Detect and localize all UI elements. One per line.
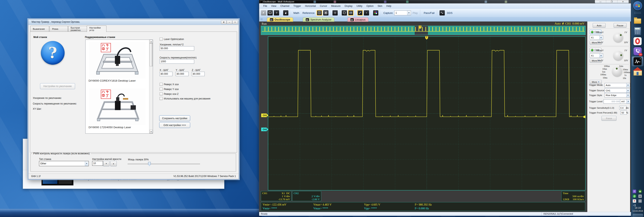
menu-view[interactable]: View — [269, 5, 278, 7]
scroll-down-icon[interactable]: ▼ — [150, 130, 153, 133]
waveform-navigator[interactable]: T — [261, 26, 586, 35]
taskbar-item-viber[interactable]: 14 — [632, 47, 643, 56]
brightness-up-button[interactable]: ▲ — [110, 161, 117, 166]
menu-display[interactable]: Display — [342, 5, 354, 7]
ch2-probe-select[interactable]: X1▼ — [590, 53, 603, 58]
list-item-machine-2[interactable]: DIY8000 1720/4050 Desktop Laser — [86, 88, 146, 129]
force-button[interactable]: Force — [602, 116, 616, 121]
color-palette-icon[interactable] — [373, 10, 378, 15]
taskbar-item-calculator[interactable]: 0 — [632, 26, 643, 36]
help-icon[interactable]: ? — [274, 10, 279, 15]
brightness-down-button[interactable]: ▼ — [103, 161, 110, 166]
reverse-z-checkbox[interactable] — [160, 92, 162, 95]
scope-titlebar[interactable]: Oscilloscope - Multi VirAnalyzer — ❐ ✕ — [259, 0, 631, 3]
taskbar-item-viranalyzer[interactable]: s — [632, 57, 643, 66]
line-draw-icon[interactable] — [358, 10, 363, 15]
dds-button[interactable]: DDS — [447, 11, 452, 14]
taskbar-left-monitor[interactable] — [0, 209, 262, 217]
menu-file[interactable]: File — [261, 5, 269, 7]
trigger-style-select[interactable]: Rise Edge▼ — [604, 93, 630, 97]
tray-viber-icon[interactable]: ✆ — [633, 190, 636, 193]
menu-horizontal[interactable]: Horizontal — [303, 5, 318, 7]
connect-icon[interactable] — [261, 10, 266, 15]
restore-button[interactable]: ❐ — [606, 0, 618, 3]
tab-burn[interactable]: Выжигание — [30, 26, 49, 32]
reverse-x-row[interactable]: Реверс X оси — [160, 83, 179, 86]
accel-input[interactable]: 50.000 — [160, 46, 194, 51]
scroll-up-icon[interactable]: ▲ — [150, 40, 153, 43]
persistence-on-icon[interactable] — [348, 10, 354, 15]
device-screen-icon[interactable] — [268, 10, 273, 15]
tab-cut[interactable]: Резка — [50, 26, 68, 32]
tab-spectrum-analyzer[interactable]: Spectrum Analyzer — [303, 17, 334, 22]
ch1-position-marker[interactable]: CH1 — [261, 114, 268, 117]
show-desktop-button[interactable] — [633, 214, 643, 217]
trigger-level-unit-select[interactable]: mV▼ — [620, 99, 630, 104]
start-button[interactable] — [633, 1, 642, 10]
timebase-more-button[interactable]: More ▼ — [590, 80, 602, 84]
taskbar-clock-time[interactable]: 18:19 — [631, 207, 644, 209]
menu-channel[interactable]: Channel — [278, 5, 292, 7]
taskbar-item-explorer[interactable] — [632, 16, 643, 26]
dot-draw-icon[interactable] — [364, 10, 369, 15]
passfail-button[interactable]: Pass/Fail — [424, 11, 434, 14]
z-step-input[interactable]: 80.000 — [192, 72, 205, 76]
auto-button[interactable]: Auto — [593, 23, 606, 28]
laser-power-slider-track[interactable] — [128, 164, 200, 164]
machine-list[interactable]: DIY8000 COREXY1818 Desktop Laser — [85, 40, 153, 134]
minimize-button[interactable]: — — [595, 0, 606, 3]
dds-icon[interactable] — [440, 10, 445, 15]
taskbar-item-opera[interactable] — [632, 36, 643, 46]
ch2-volts-knob[interactable] — [614, 51, 623, 60]
machine-type-select[interactable]: Other▼ — [39, 161, 89, 166]
reverse-y-checkbox[interactable] — [160, 88, 162, 91]
x-step-input[interactable]: 80.000 — [160, 72, 172, 76]
scrollbar-thumb[interactable] — [150, 43, 153, 66]
reverse-y-row[interactable]: Реверс Y оси — [160, 88, 179, 91]
grbl-settings-button[interactable]: Grbl настройки >>> — [159, 122, 190, 128]
machine-list-scrollbar[interactable]: ▲ ▼ — [149, 40, 153, 133]
speed-input[interactable]: 1000 — [160, 59, 194, 64]
rollup-button[interactable]: ▼ — [221, 20, 226, 24]
ch1-volts-knob[interactable] — [614, 32, 623, 42]
ch1-probe-select[interactable]: X1▼ — [590, 35, 603, 40]
autoset-icon[interactable] — [283, 10, 288, 15]
menu-trigger[interactable]: Trigger — [292, 5, 303, 7]
math-button[interactable]: Math — [294, 11, 299, 14]
tab-lissajous[interactable]: Lissajous — [347, 17, 368, 22]
tray-mail-agent-icon[interactable]: @ — [633, 195, 636, 198]
menu-skin[interactable]: Skin — [376, 5, 384, 7]
menu-help[interactable]: Help — [384, 5, 394, 7]
split-view-icon[interactable] — [317, 10, 322, 15]
menu-measure[interactable]: Measure — [329, 5, 342, 7]
play-button[interactable]: Play — [412, 11, 418, 14]
pause-button[interactable]: Pause — [614, 23, 626, 28]
tray-action-center-flag-icon[interactable]: ⚑ — [633, 199, 636, 203]
laser-optimization-row[interactable]: Laser Optimization — [160, 37, 184, 41]
y-step-input[interactable]: 80.000 — [176, 72, 188, 76]
taskbar-item-homebank[interactable] — [632, 67, 643, 76]
trigger-level-input[interactable]: 000 000 — [604, 99, 621, 104]
taskbar-gripper[interactable] — [634, 12, 641, 14]
default-settings-button[interactable]: Настройки по умолчанию — [40, 83, 75, 89]
tab-oscilloscope[interactable]: Oscilloscope — [267, 17, 293, 22]
menu-cursor[interactable]: Cursor — [318, 5, 329, 7]
tab-scroll-left-icon[interactable]: ◁ — [260, 18, 262, 20]
laser-power-slider-thumb[interactable] — [148, 162, 151, 166]
reference-button[interactable]: Reference — [302, 11, 314, 14]
graticule[interactable]: T — [268, 36, 586, 191]
fullscreen-icon[interactable] — [323, 10, 328, 15]
reverse-z-row[interactable]: Реверс оси Z — [160, 92, 178, 95]
tray-volume-icon[interactable]: ◁) — [633, 203, 636, 207]
brightness-input[interactable]: 10 — [92, 161, 103, 166]
drawing-machine-checkbox[interactable] — [160, 97, 162, 100]
persistence-off-icon[interactable] — [342, 10, 347, 15]
list-item-machine-1[interactable]: DIY8000 COREXY1818 Desktop Laser — [86, 42, 146, 82]
center-waveform-icon[interactable] — [332, 10, 338, 15]
tray-usb-icon[interactable]: ψ — [638, 195, 642, 198]
engraver-titlebar[interactable]: Мастер Гравер , перевод Сергея Орлова. ▼… — [28, 19, 239, 25]
trigger-mode-select[interactable]: Auto▼ — [604, 83, 630, 87]
laser-optimization-checkbox[interactable] — [160, 37, 162, 41]
close-button[interactable]: × — [232, 20, 238, 24]
capture-count-select[interactable]: 1▼ — [394, 10, 411, 15]
